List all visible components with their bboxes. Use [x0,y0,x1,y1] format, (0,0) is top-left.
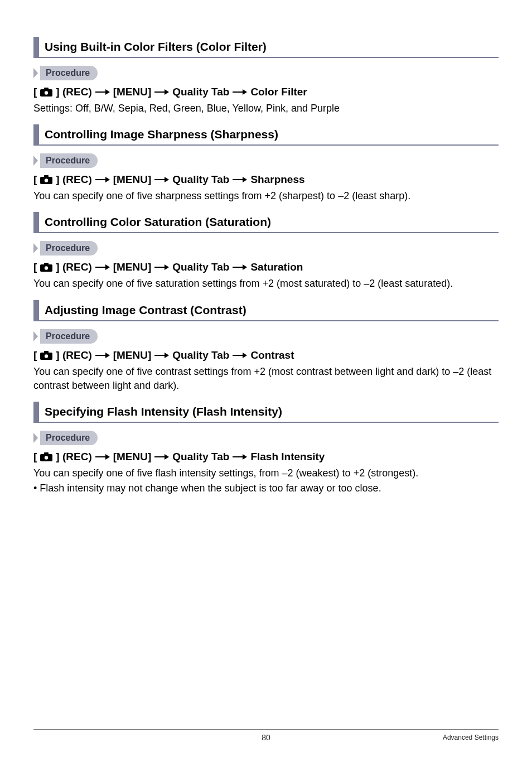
path-end-label: Color Filter [250,86,307,98]
rec-label: ] (REC) [56,451,91,463]
arrow-icon [154,352,169,359]
path-end-label: Flash Intensity [250,451,325,463]
rec-label: ] (REC) [56,173,91,186]
svg-marker-35 [243,353,247,358]
svg-marker-22 [105,264,110,270]
quality-tab-label: Quality Tab [172,349,229,361]
arrow-icon [233,89,247,95]
svg-marker-31 [105,353,110,358]
body-text: You can specify one of five saturation s… [33,277,499,291]
heading-text: Specifying Flash Intensity (Flash Intens… [45,402,282,422]
section-heading-sharpness: Controlling Image Sharpness (Sharpness) [33,124,499,146]
arrow-icon [154,176,169,183]
body-text: You can specify one of five sharpness se… [33,189,499,203]
svg-marker-13 [105,177,110,182]
rec-label: ] (REC) [56,86,91,98]
menu-path-sharpness: [ ] (REC) [MENU] Quality Tab Sharpness [33,173,499,186]
svg-marker-17 [243,177,247,182]
procedure-caret-icon [33,68,38,78]
svg-marker-26 [243,264,247,270]
procedure-label-row: Procedure [33,66,499,80]
svg-point-11 [45,179,48,182]
body-text: Settings: Off, B/W, Sepia, Red, Green, B… [33,102,499,115]
camera-icon [40,263,52,272]
svg-marker-8 [243,89,247,95]
procedure-pill: Procedure [40,329,98,344]
procedure-caret-icon [33,331,38,341]
arrow-icon [154,264,169,271]
arrow-icon [95,454,110,460]
heading-bar [33,212,39,232]
svg-marker-15 [165,177,169,182]
svg-point-29 [45,354,48,358]
menu-label: [MENU] [113,173,152,186]
menu-path-saturation: [ ] (REC) [MENU] Quality Tab Saturation [33,261,499,273]
arrow-icon [233,352,247,359]
svg-marker-42 [165,454,169,460]
svg-marker-4 [105,89,110,95]
procedure-label-row: Procedure [33,241,499,255]
arrow-icon [233,176,247,183]
heading-text: Using Built-in Color Filters (Color Filt… [45,37,267,57]
procedure-caret-icon [33,433,38,443]
rec-label: ] (REC) [56,261,91,273]
svg-marker-40 [105,454,110,460]
camera-icon [40,88,52,97]
heading-bar [33,124,39,144]
procedure-pill: Procedure [40,66,98,80]
menu-label: [MENU] [113,451,152,463]
procedure-pill: Procedure [40,431,98,445]
arrow-icon [95,176,110,183]
quality-tab-label: Quality Tab [172,173,229,186]
svg-marker-44 [243,454,247,460]
quality-tab-label: Quality Tab [172,261,229,273]
path-end-label: Contrast [250,349,294,361]
arrow-icon [233,454,247,460]
heading-text: Controlling Color Saturation (Saturation… [45,212,271,232]
quality-tab-label: Quality Tab [172,86,229,98]
svg-rect-19 [44,263,49,265]
menu-label: [MENU] [113,86,152,98]
svg-point-38 [45,456,48,459]
path-end-label: Sharpness [250,173,304,186]
menu-label: [MENU] [113,261,152,273]
heading-bar [33,37,39,57]
bracket-open: [ [33,261,37,273]
bracket-open: [ [33,451,37,463]
procedure-pill: Procedure [40,153,98,168]
heading-bar [33,300,39,320]
svg-rect-28 [44,351,49,353]
section-heading-contrast: Adjusting Image Contrast (Contrast) [33,300,499,321]
camera-icon [40,175,52,184]
arrow-icon [95,352,110,359]
menu-label: [MENU] [113,349,152,361]
section-heading-color-filter: Using Built-in Color Filters (Color Filt… [33,37,499,58]
arrow-icon [154,454,169,460]
body-text: You can specify one of five contrast set… [33,365,499,393]
arrow-icon [233,264,247,271]
body-text: You can specify one of five flash intens… [33,466,499,480]
heading-text: Adjusting Image Contrast (Contrast) [45,300,246,320]
camera-icon [40,452,52,461]
svg-point-2 [45,91,48,94]
svg-rect-37 [44,452,49,455]
arrow-icon [95,264,110,271]
svg-marker-6 [165,89,169,95]
procedure-label-row: Procedure [33,431,499,445]
svg-rect-10 [44,175,49,177]
svg-rect-1 [44,88,49,90]
page-footer: 80 Advanced Settings [33,729,499,741]
path-end-label: Saturation [250,261,303,273]
heading-text: Controlling Image Sharpness (Sharpness) [45,124,278,144]
bullet-note: • Flash intensity may not change when th… [33,481,499,495]
heading-bar [33,402,39,422]
section-heading-saturation: Controlling Color Saturation (Saturation… [33,212,499,233]
procedure-caret-icon [33,243,38,253]
rec-label: ] (REC) [56,349,91,361]
procedure-pill: Procedure [40,241,98,255]
page-number: 80 [262,733,270,742]
section-heading-flash-intensity: Specifying Flash Intensity (Flash Intens… [33,402,499,423]
menu-path-color-filter: [ ] (REC) [MENU] Quality Tab Color Filte… [33,86,499,98]
camera-icon [40,351,52,360]
arrow-icon [95,89,110,95]
